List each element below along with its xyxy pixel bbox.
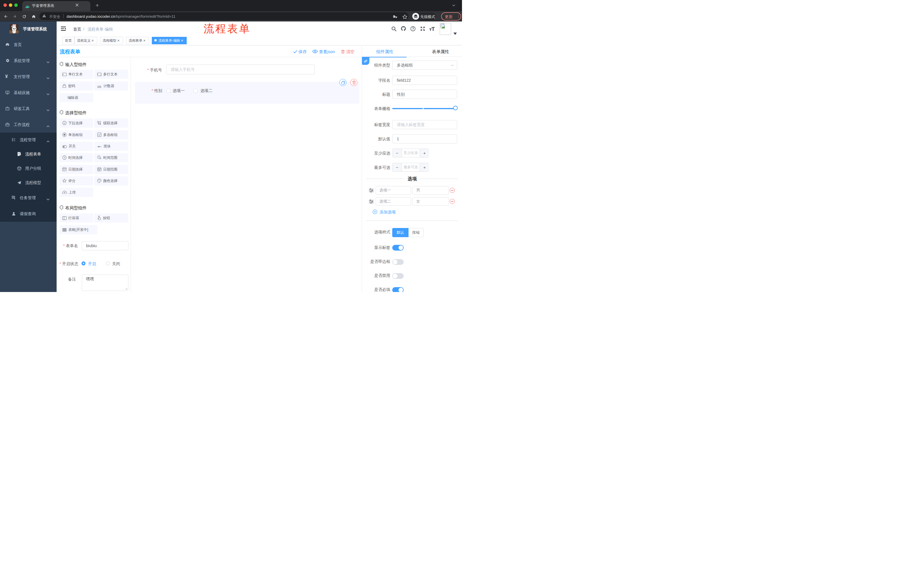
svg-text:123: 123 [97, 85, 101, 88]
